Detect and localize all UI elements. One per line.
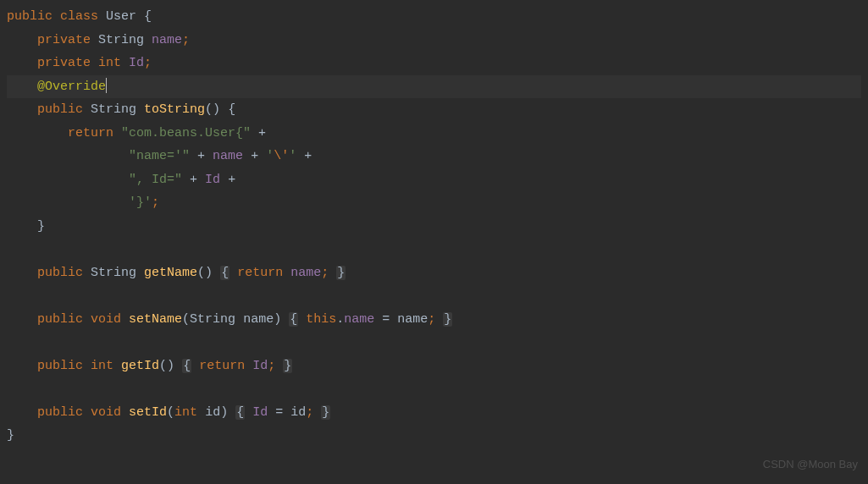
- code-line-blank: [7, 284, 861, 308]
- code-line: private String name;: [7, 29, 861, 52]
- code-line: public class User {: [7, 5, 861, 29]
- paren-open: (: [182, 312, 190, 327]
- class-name-user: User: [106, 9, 136, 24]
- param-id: id: [205, 405, 220, 420]
- paren-open: (: [159, 359, 167, 373]
- brace-close: }: [322, 405, 329, 420]
- keyword-public: public: [37, 312, 83, 327]
- paren-close: ): [205, 266, 213, 280]
- operator-plus: +: [190, 173, 197, 187]
- keyword-int: int: [174, 405, 197, 420]
- code-line-blank: [7, 377, 861, 401]
- brace-close: }: [7, 428, 14, 443]
- method-tostring: toString: [144, 102, 205, 117]
- type-string: String: [190, 312, 235, 327]
- keyword-void: void: [91, 405, 121, 420]
- watermark-text: CSDN @Moon Bay: [763, 453, 858, 476]
- field-id: Id: [129, 56, 144, 70]
- string-literal: '\'': [266, 149, 296, 163]
- param-name: name: [243, 312, 274, 327]
- semicolon: ;: [268, 359, 275, 373]
- semicolon: ;: [321, 266, 329, 280]
- brace-open: {: [290, 312, 297, 327]
- code-line: public void setId(int id) { Id = id; }: [7, 401, 861, 425]
- brace-close: }: [337, 266, 345, 280]
- brace-close: }: [37, 219, 45, 234]
- code-line: }: [7, 215, 861, 239]
- keyword-void: void: [91, 312, 121, 327]
- paren-open: (: [167, 405, 174, 420]
- string-literal: "name='": [129, 149, 190, 163]
- keyword-private: private: [37, 33, 91, 47]
- semicolon: ;: [428, 312, 435, 327]
- method-setid: setId: [129, 405, 167, 420]
- operator-plus: +: [228, 173, 235, 187]
- code-line: public int getId() { return Id; }: [7, 355, 861, 378]
- keyword-public: public: [37, 266, 83, 280]
- param-id: id: [290, 405, 306, 420]
- paren-open: (: [197, 266, 205, 280]
- keyword-return: return: [68, 126, 113, 140]
- code-line-blank: [7, 331, 861, 355]
- keyword-public: public: [37, 359, 83, 373]
- keyword-public: public: [37, 102, 83, 117]
- brace-open: {: [228, 102, 235, 117]
- code-line-blank: [7, 238, 861, 261]
- keyword-return: return: [237, 266, 283, 280]
- field-id: Id: [205, 173, 220, 187]
- paren-close: ): [220, 405, 228, 420]
- operator-eq: =: [382, 312, 390, 327]
- operator-dot: .: [336, 312, 344, 327]
- text-caret: [106, 78, 107, 93]
- brace-close: }: [284, 359, 291, 373]
- code-line-active: @Override: [7, 75, 861, 99]
- keyword-public: public: [7, 9, 53, 24]
- operator-plus: +: [258, 126, 266, 140]
- keyword-int: int: [91, 359, 113, 373]
- paren-close: ): [274, 312, 281, 327]
- keyword-class: class: [60, 9, 98, 24]
- field-name: name: [213, 149, 243, 163]
- code-line: public String getName() { return name; }: [7, 261, 861, 285]
- field-name: name: [152, 33, 182, 47]
- field-name: name: [344, 312, 374, 327]
- field-id: Id: [252, 359, 268, 373]
- string-literal: "com.beans.User{": [121, 126, 251, 140]
- operator-plus: +: [251, 149, 258, 163]
- code-line: return "com.beans.User{" +: [7, 122, 861, 146]
- semicolon: ;: [152, 195, 159, 210]
- string-literal: ", Id=": [129, 173, 182, 187]
- paren-open: (: [205, 102, 213, 117]
- param-name: name: [397, 312, 428, 327]
- code-line: private int Id;: [7, 52, 861, 75]
- semicolon: ;: [144, 56, 152, 70]
- keyword-public: public: [37, 405, 83, 420]
- code-editor[interactable]: public class User { private String name;…: [0, 0, 868, 453]
- code-line: public void setName(String name) { this.…: [7, 308, 861, 332]
- method-getid: getId: [121, 359, 159, 373]
- field-name: name: [290, 266, 321, 280]
- code-line: public String toString() {: [7, 98, 861, 122]
- operator-plus: +: [197, 149, 205, 163]
- type-string: String: [98, 33, 144, 47]
- brace-close: }: [444, 312, 451, 327]
- method-getname: getName: [144, 266, 197, 280]
- brace-open: {: [183, 359, 191, 373]
- string-literal: '}': [129, 195, 152, 210]
- semicolon: ;: [306, 405, 313, 420]
- type-string: String: [91, 102, 136, 117]
- keyword-int: int: [98, 56, 121, 70]
- code-line: '}';: [7, 191, 861, 215]
- paren-close: ): [213, 102, 220, 117]
- brace-open: {: [236, 405, 244, 420]
- operator-plus: +: [304, 149, 312, 163]
- code-line: ", Id=" + Id +: [7, 168, 861, 192]
- brace-open: {: [144, 9, 152, 24]
- annotation-override: @Override: [37, 80, 106, 94]
- code-line: }: [7, 424, 861, 448]
- semicolon: ;: [182, 33, 190, 47]
- keyword-this: this: [306, 312, 336, 327]
- field-id: Id: [252, 405, 268, 420]
- keyword-return: return: [199, 359, 245, 373]
- type-string: String: [91, 266, 136, 280]
